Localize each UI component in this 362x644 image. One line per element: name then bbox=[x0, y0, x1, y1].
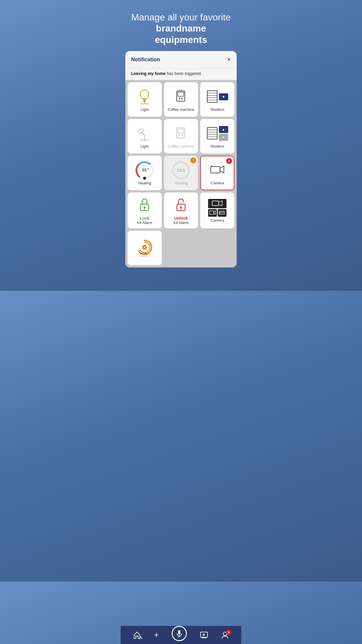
tile-camera-1-label: Camera bbox=[211, 181, 224, 185]
tile-heating-1-label: Heating bbox=[138, 181, 151, 185]
tile-camera-2[interactable]: Camera bbox=[200, 192, 234, 228]
header: Manage all your favorite brandname equip… bbox=[121, 0, 241, 51]
coffee-icon-2 bbox=[172, 125, 190, 142]
notification-close-button[interactable]: × bbox=[227, 56, 231, 63]
tile-light-2-label: Light bbox=[140, 144, 149, 148]
svg-point-41 bbox=[144, 206, 145, 208]
svg-point-55 bbox=[144, 246, 145, 248]
svg-rect-6 bbox=[178, 92, 184, 96]
shutter-down-btn-1[interactable]: ▼ bbox=[219, 93, 228, 100]
tile-coffee-1[interactable]: Coffee machine bbox=[164, 82, 198, 117]
svg-text:23.0: 23.0 bbox=[177, 168, 185, 173]
svg-point-44 bbox=[180, 206, 182, 208]
svg-rect-22 bbox=[182, 134, 182, 136]
tile-heating-1[interactable]: 23. 0 Heating bbox=[128, 156, 162, 190]
svg-marker-38 bbox=[220, 166, 224, 173]
svg-text:CONFORT: CONFORT bbox=[139, 255, 150, 257]
shutter-up-btn-2[interactable]: ▲ bbox=[219, 126, 228, 133]
notification-title: Notification bbox=[131, 57, 160, 63]
tile-heating-2-label: Heating bbox=[175, 181, 188, 185]
svg-text:HOME: HOME bbox=[140, 253, 149, 255]
tile-camera-1[interactable]: 2 Camera bbox=[200, 156, 234, 190]
heating-icon-1: 23. 0 bbox=[136, 162, 153, 179]
svg-rect-48 bbox=[210, 211, 214, 214]
camera-1-badge: 2 bbox=[226, 158, 232, 164]
camera-single-icon bbox=[209, 162, 226, 179]
camera-multi-icon bbox=[209, 199, 226, 216]
lock-sublabel: Lock bbox=[140, 216, 150, 220]
tile-unlock-label: Kit Alarm bbox=[173, 220, 189, 225]
notification-rest: has been triggered. bbox=[166, 71, 202, 76]
tile-light-1[interactable]: Light bbox=[128, 82, 162, 117]
home-confort-icon: HOME CONFORT bbox=[136, 239, 153, 256]
device-grid: Light Coffee machine bbox=[125, 80, 237, 267]
heating-icon-2: 23.0 bbox=[172, 162, 190, 179]
svg-marker-49 bbox=[214, 211, 215, 214]
notification-bar: Notification × bbox=[125, 51, 237, 68]
tile-coffee-2-label: Coffee machine bbox=[168, 144, 194, 148]
tile-shutters-1[interactable]: ▼ Shutters bbox=[200, 82, 234, 117]
tile-coffee-1-label: Coffee machine bbox=[168, 107, 194, 112]
header-line2: brandname equipments bbox=[129, 23, 233, 45]
svg-rect-24 bbox=[207, 127, 217, 139]
svg-rect-20 bbox=[178, 129, 184, 133]
tile-light-1-label: Light bbox=[140, 107, 149, 112]
light-desk-icon bbox=[136, 125, 153, 142]
unlock-sublabel: Unlock bbox=[174, 216, 188, 220]
tile-unlock[interactable]: Unlock Kit Alarm bbox=[164, 192, 198, 228]
tile-light-2[interactable]: Light bbox=[128, 119, 162, 153]
shutters-icon-2: ▲ ▼ bbox=[209, 125, 226, 142]
svg-text:0: 0 bbox=[147, 167, 149, 170]
svg-text:23.: 23. bbox=[142, 168, 147, 172]
coffee-icon-1 bbox=[172, 88, 190, 106]
svg-point-0 bbox=[140, 90, 149, 99]
shutters-icon-1: ▼ bbox=[209, 88, 226, 106]
tile-shutters-2[interactable]: ▲ ▼ Shutters bbox=[200, 119, 234, 153]
unlock-icon bbox=[172, 197, 190, 214]
svg-rect-46 bbox=[212, 201, 219, 206]
svg-point-32 bbox=[143, 177, 146, 180]
notification-bold: Leaving my home bbox=[131, 71, 166, 76]
lock-icon bbox=[136, 197, 153, 214]
header-line1: Manage all your favorite bbox=[129, 12, 233, 23]
tile-lock-label: Kit Alarm bbox=[137, 220, 152, 225]
heating-2-warning-badge: ! bbox=[190, 158, 196, 163]
svg-rect-1 bbox=[143, 101, 146, 102]
svg-rect-8 bbox=[182, 97, 182, 99]
svg-rect-10 bbox=[207, 91, 217, 102]
tile-home-confort[interactable]: HOME CONFORT bbox=[128, 231, 162, 265]
svg-rect-37 bbox=[211, 167, 220, 173]
svg-rect-7 bbox=[179, 97, 180, 99]
tile-heating-2[interactable]: ! 23.0 Heating bbox=[164, 156, 198, 190]
tile-lock[interactable]: Lock Kit Alarm bbox=[128, 192, 162, 228]
svg-marker-47 bbox=[219, 201, 222, 206]
shutter-down-btn-2[interactable]: ▼ bbox=[219, 134, 228, 141]
notification-text: Leaving my home has been triggered. bbox=[125, 68, 237, 80]
svg-rect-21 bbox=[179, 134, 180, 136]
tile-coffee-2[interactable]: Coffee machine bbox=[164, 119, 198, 153]
svg-rect-2 bbox=[143, 102, 146, 102]
svg-point-51 bbox=[220, 212, 221, 213]
tile-camera-2-label: Camera bbox=[211, 218, 224, 223]
main-card: Notification × Leaving my home has been … bbox=[125, 51, 237, 267]
tile-shutters-2-label: Shutters bbox=[210, 144, 224, 148]
light-icon bbox=[136, 88, 153, 106]
tile-shutters-1-label: Shutters bbox=[210, 107, 224, 112]
